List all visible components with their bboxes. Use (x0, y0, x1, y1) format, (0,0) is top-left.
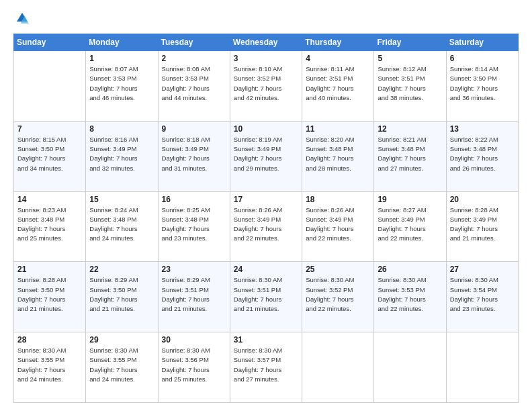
day-number: 21 (17, 265, 82, 274)
header (13, 11, 519, 28)
calendar-cell: 21Sunrise: 8:28 AMSunset: 3:50 PMDayligh… (14, 262, 86, 332)
col-header-friday: Friday (374, 34, 446, 51)
calendar-cell: 17Sunrise: 8:26 AMSunset: 3:49 PMDayligh… (230, 191, 302, 262)
day-number: 15 (89, 195, 154, 204)
day-info: Sunrise: 8:26 AMSunset: 3:49 PMDaylight:… (234, 205, 298, 244)
calendar-cell: 9Sunrise: 8:18 AMSunset: 3:49 PMDaylight… (158, 121, 230, 191)
day-number: 30 (162, 335, 226, 345)
calendar-cell (14, 51, 86, 122)
calendar-cell: 10Sunrise: 8:19 AMSunset: 3:49 PMDayligh… (230, 121, 302, 191)
day-info: Sunrise: 8:26 AMSunset: 3:49 PMDaylight:… (306, 205, 370, 244)
day-info: Sunrise: 8:30 AMSunset: 3:52 PMDaylight:… (306, 275, 370, 314)
day-info: Sunrise: 8:10 AMSunset: 3:52 PMDaylight:… (234, 64, 298, 103)
day-info: Sunrise: 8:23 AMSunset: 3:48 PMDaylight:… (17, 205, 82, 244)
calendar-cell: 27Sunrise: 8:30 AMSunset: 3:54 PMDayligh… (446, 262, 518, 332)
page: SundayMondayTuesdayWednesdayThursdayFrid… (0, 0, 532, 411)
col-header-sunday: Sunday (14, 34, 86, 51)
day-number: 6 (450, 54, 515, 63)
day-info: Sunrise: 8:28 AMSunset: 3:50 PMDaylight:… (17, 275, 82, 314)
calendar-cell: 2Sunrise: 8:08 AMSunset: 3:53 PMDaylight… (158, 51, 230, 122)
day-info: Sunrise: 8:16 AMSunset: 3:49 PMDaylight:… (89, 135, 154, 173)
calendar-cell: 13Sunrise: 8:22 AMSunset: 3:48 PMDayligh… (446, 121, 518, 191)
calendar-cell: 26Sunrise: 8:30 AMSunset: 3:53 PMDayligh… (374, 262, 446, 332)
calendar-cell: 24Sunrise: 8:30 AMSunset: 3:51 PMDayligh… (230, 262, 302, 332)
day-info: Sunrise: 8:25 AMSunset: 3:48 PMDaylight:… (162, 205, 226, 244)
calendar-cell: 8Sunrise: 8:16 AMSunset: 3:49 PMDaylight… (86, 121, 158, 191)
day-info: Sunrise: 8:19 AMSunset: 3:49 PMDaylight:… (234, 135, 298, 173)
day-info: Sunrise: 8:27 AMSunset: 3:49 PMDaylight:… (378, 205, 442, 244)
calendar-cell: 29Sunrise: 8:30 AMSunset: 3:55 PMDayligh… (86, 332, 158, 403)
calendar-cell (374, 332, 446, 403)
day-number: 26 (378, 265, 442, 274)
day-number: 2 (162, 54, 226, 63)
calendar-cell: 7Sunrise: 8:15 AMSunset: 3:50 PMDaylight… (14, 121, 86, 191)
logo-icon (15, 11, 30, 26)
day-info: Sunrise: 8:24 AMSunset: 3:48 PMDaylight:… (89, 205, 154, 244)
calendar-cell: 31Sunrise: 8:30 AMSunset: 3:57 PMDayligh… (230, 332, 302, 403)
day-number: 4 (306, 54, 370, 63)
week-row-3: 14Sunrise: 8:23 AMSunset: 3:48 PMDayligh… (14, 191, 519, 262)
day-info: Sunrise: 8:29 AMSunset: 3:51 PMDaylight:… (162, 275, 226, 314)
calendar-cell: 6Sunrise: 8:14 AMSunset: 3:50 PMDaylight… (446, 51, 518, 122)
calendar-cell (302, 332, 374, 403)
day-number: 8 (89, 124, 154, 134)
day-info: Sunrise: 8:30 AMSunset: 3:55 PMDaylight:… (89, 346, 154, 384)
day-info: Sunrise: 8:18 AMSunset: 3:49 PMDaylight:… (162, 135, 226, 173)
day-info: Sunrise: 8:28 AMSunset: 3:49 PMDaylight:… (450, 205, 515, 244)
calendar-cell: 18Sunrise: 8:26 AMSunset: 3:49 PMDayligh… (302, 191, 374, 262)
calendar-header-row: SundayMondayTuesdayWednesdayThursdayFrid… (14, 34, 519, 51)
day-info: Sunrise: 8:20 AMSunset: 3:48 PMDaylight:… (306, 135, 370, 173)
day-info: Sunrise: 8:22 AMSunset: 3:48 PMDaylight:… (450, 135, 515, 173)
week-row-2: 7Sunrise: 8:15 AMSunset: 3:50 PMDaylight… (14, 121, 519, 191)
day-number: 29 (89, 335, 154, 345)
calendar-cell: 11Sunrise: 8:20 AMSunset: 3:48 PMDayligh… (302, 121, 374, 191)
day-info: Sunrise: 8:30 AMSunset: 3:53 PMDaylight:… (378, 275, 442, 314)
day-number: 19 (378, 195, 442, 204)
calendar-cell: 22Sunrise: 8:29 AMSunset: 3:50 PMDayligh… (86, 262, 158, 332)
day-number: 28 (17, 335, 82, 345)
calendar-cell: 1Sunrise: 8:07 AMSunset: 3:53 PMDaylight… (86, 51, 158, 122)
day-number: 13 (450, 124, 515, 134)
day-number: 17 (234, 195, 298, 204)
day-number: 12 (378, 124, 442, 134)
calendar-cell (446, 332, 518, 403)
calendar-cell: 20Sunrise: 8:28 AMSunset: 3:49 PMDayligh… (446, 191, 518, 262)
day-number: 10 (234, 124, 298, 134)
calendar-cell: 15Sunrise: 8:24 AMSunset: 3:48 PMDayligh… (86, 191, 158, 262)
col-header-wednesday: Wednesday (230, 34, 302, 51)
col-header-monday: Monday (86, 34, 158, 51)
day-number: 18 (306, 195, 370, 204)
day-number: 16 (162, 195, 226, 204)
day-number: 7 (17, 124, 82, 134)
calendar-cell: 12Sunrise: 8:21 AMSunset: 3:48 PMDayligh… (374, 121, 446, 191)
day-info: Sunrise: 8:30 AMSunset: 3:51 PMDaylight:… (234, 275, 298, 314)
day-info: Sunrise: 8:30 AMSunset: 3:56 PMDaylight:… (162, 346, 226, 384)
day-info: Sunrise: 8:30 AMSunset: 3:57 PMDaylight:… (234, 346, 298, 384)
week-row-1: 1Sunrise: 8:07 AMSunset: 3:53 PMDaylight… (14, 51, 519, 122)
day-info: Sunrise: 8:07 AMSunset: 3:53 PMDaylight:… (89, 64, 154, 103)
day-info: Sunrise: 8:14 AMSunset: 3:50 PMDaylight:… (450, 64, 515, 103)
calendar-cell: 4Sunrise: 8:11 AMSunset: 3:51 PMDaylight… (302, 51, 374, 122)
day-info: Sunrise: 8:15 AMSunset: 3:50 PMDaylight:… (17, 135, 82, 173)
calendar-cell: 3Sunrise: 8:10 AMSunset: 3:52 PMDaylight… (230, 51, 302, 122)
day-info: Sunrise: 8:08 AMSunset: 3:53 PMDaylight:… (162, 64, 226, 103)
day-info: Sunrise: 8:12 AMSunset: 3:51 PMDaylight:… (378, 64, 442, 103)
day-number: 1 (89, 54, 154, 63)
calendar-cell: 30Sunrise: 8:30 AMSunset: 3:56 PMDayligh… (158, 332, 230, 403)
day-number: 23 (162, 265, 226, 274)
day-info: Sunrise: 8:29 AMSunset: 3:50 PMDaylight:… (89, 275, 154, 314)
week-row-4: 21Sunrise: 8:28 AMSunset: 3:50 PMDayligh… (14, 262, 519, 332)
day-number: 25 (306, 265, 370, 274)
calendar-table: SundayMondayTuesdayWednesdayThursdayFrid… (13, 34, 519, 403)
day-number: 24 (234, 265, 298, 274)
calendar-cell: 14Sunrise: 8:23 AMSunset: 3:48 PMDayligh… (14, 191, 86, 262)
calendar-cell: 16Sunrise: 8:25 AMSunset: 3:48 PMDayligh… (158, 191, 230, 262)
day-info: Sunrise: 8:30 AMSunset: 3:55 PMDaylight:… (17, 346, 82, 384)
day-number: 9 (162, 124, 226, 134)
day-number: 3 (234, 54, 298, 63)
day-number: 31 (234, 335, 298, 345)
col-header-thursday: Thursday (302, 34, 374, 51)
col-header-saturday: Saturday (446, 34, 518, 51)
calendar-cell: 25Sunrise: 8:30 AMSunset: 3:52 PMDayligh… (302, 262, 374, 332)
calendar-cell: 23Sunrise: 8:29 AMSunset: 3:51 PMDayligh… (158, 262, 230, 332)
